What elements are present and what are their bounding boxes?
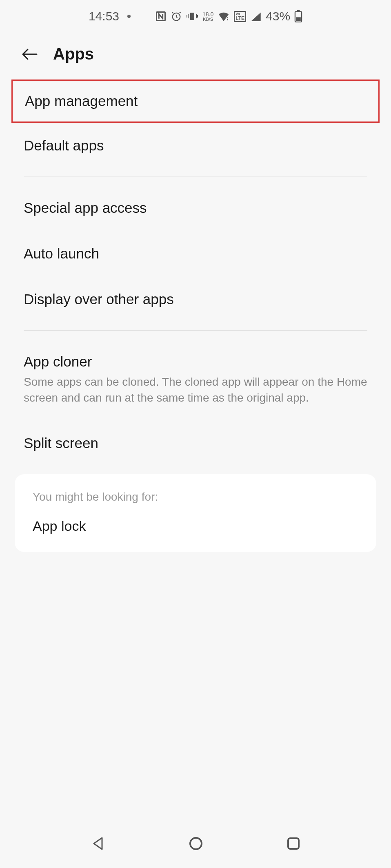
display-over-other-apps-item[interactable]: Display over other apps — [0, 276, 391, 322]
suggestion-card: You might be looking for: App lock — [15, 474, 376, 552]
item-label: App cloner — [24, 353, 367, 370]
settings-list: App management Default apps Special app … — [0, 80, 391, 552]
signal-icon — [250, 11, 262, 21]
svg-rect-7 — [296, 17, 301, 21]
special-app-access-item[interactable]: Special app access — [0, 185, 391, 231]
data-rate-indicator: 18.0 KB/S — [202, 11, 213, 22]
page-header: Apps — [0, 33, 391, 80]
battery-icon — [294, 10, 302, 22]
data-rate-unit: KB/S — [203, 17, 213, 22]
item-label: Special app access — [24, 200, 367, 216]
split-screen-item[interactable]: Split screen — [0, 420, 391, 466]
app-management-item[interactable]: App management — [11, 80, 380, 123]
item-label: Display over other apps — [24, 291, 367, 307]
app-cloner-item[interactable]: App cloner Some apps can be cloned. The … — [0, 339, 391, 420]
data-rate-value: 18.0 — [202, 11, 213, 17]
svg-point-3 — [227, 19, 228, 20]
nav-home-button[interactable] — [188, 835, 204, 852]
item-label: App management — [25, 93, 366, 109]
status-dot-icon — [127, 15, 131, 18]
svg-rect-9 — [288, 838, 299, 849]
svg-point-4 — [227, 17, 228, 18]
item-label: Split screen — [24, 435, 367, 451]
suggestion-label: You might be looking for: — [33, 490, 358, 504]
section-divider — [24, 177, 367, 177]
vibrate-icon — [186, 11, 198, 22]
battery-percent: 43% — [266, 9, 290, 23]
item-label: Default apps — [24, 137, 367, 154]
status-bar: 14:53 18.0 KB/S — [0, 0, 391, 33]
navigation-bar — [0, 819, 391, 868]
svg-point-8 — [190, 838, 202, 849]
volte-icon: Vo LTE — [234, 11, 246, 22]
nav-back-button[interactable] — [90, 835, 106, 852]
item-label: Auto launch — [24, 245, 367, 262]
nfc-icon — [155, 11, 167, 22]
section-divider — [24, 330, 367, 331]
status-time: 14:53 — [89, 9, 119, 23]
wifi-icon — [218, 11, 230, 21]
alarm-icon — [171, 11, 182, 22]
app-lock-suggestion[interactable]: App lock — [33, 518, 358, 534]
back-button[interactable] — [20, 47, 38, 62]
svg-rect-2 — [190, 13, 194, 20]
page-title: Apps — [53, 45, 94, 63]
auto-launch-item[interactable]: Auto launch — [0, 231, 391, 276]
default-apps-item[interactable]: Default apps — [0, 123, 391, 168]
item-description: Some apps can be cloned. The cloned app … — [24, 374, 367, 406]
nav-recent-button[interactable] — [286, 836, 301, 851]
svg-rect-6 — [297, 10, 300, 11]
